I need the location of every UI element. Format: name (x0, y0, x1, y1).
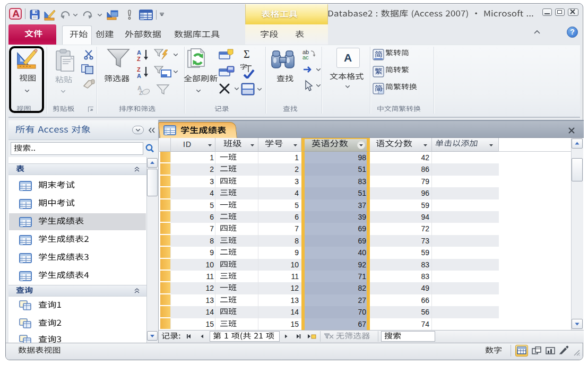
svg-text:ac: ac (302, 54, 309, 59)
svg-text:Z: Z (137, 66, 141, 73)
svg-text:Z: Z (137, 56, 141, 62)
svg-text:A: A (137, 73, 141, 79)
svg-text:A: A (137, 49, 141, 56)
svg-text:Σ: Σ (244, 49, 250, 59)
